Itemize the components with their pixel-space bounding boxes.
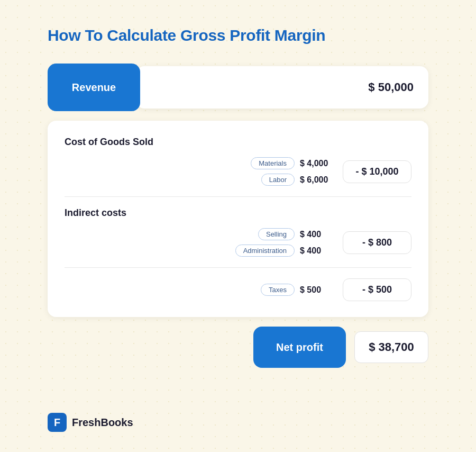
selling-tag: Selling <box>258 228 295 240</box>
revenue-value: $ 50,000 <box>368 80 414 94</box>
taxes-amount: $ 500 <box>300 285 334 295</box>
indirect-costs-title: Indirect costs <box>65 207 411 219</box>
cogs-line-items: Materials $ 4,000 Labor $ 6,000 - $ 10,0… <box>65 157 411 186</box>
table-row: Materials $ 4,000 <box>251 157 334 169</box>
taxes-line-items: Taxes $ 500 <box>261 284 334 296</box>
net-profit-row: Net profit $ 38,700 <box>48 327 428 368</box>
net-profit-value: $ 38,700 <box>354 331 428 363</box>
labor-amount: $ 6,000 <box>300 175 334 185</box>
indirect-items-left: Selling $ 400 Administration $ 400 <box>235 228 334 257</box>
net-profit-label: Net profit <box>253 327 346 368</box>
taxes-row: Taxes $ 500 - $ 500 <box>65 278 411 301</box>
freshbooks-icon: F <box>48 413 67 432</box>
materials-amount: $ 4,000 <box>300 159 334 168</box>
table-row: Selling $ 400 <box>258 228 334 240</box>
taxes-subtotal: - $ 500 <box>343 278 411 301</box>
revenue-row: Revenue $ 50,000 <box>48 64 428 111</box>
freshbooks-name: FreshBooks <box>72 417 133 429</box>
revenue-value-box: $ 50,000 <box>136 66 428 109</box>
selling-amount: $ 400 <box>300 230 334 239</box>
divider-1 <box>65 196 411 197</box>
table-row: Labor $ 6,000 <box>261 174 334 186</box>
indirect-line-items: Selling $ 400 Administration $ 400 - $ 8… <box>65 228 411 257</box>
revenue-label: Revenue <box>48 64 140 111</box>
page-title: How To Calculate Gross Profit Margin <box>48 26 428 44</box>
divider-2 <box>65 267 411 268</box>
cogs-title: Cost of Goods Sold <box>65 137 411 148</box>
cogs-items-left: Materials $ 4,000 Labor $ 6,000 <box>251 157 334 186</box>
main-card: Cost of Goods Sold Materials $ 4,000 Lab… <box>48 121 428 317</box>
labor-tag: Labor <box>261 174 295 186</box>
administration-tag: Administration <box>235 245 295 257</box>
cogs-subtotal: - $ 10,000 <box>343 160 411 183</box>
administration-amount: $ 400 <box>300 246 334 256</box>
indirect-subtotal: - $ 800 <box>343 231 411 254</box>
taxes-tag: Taxes <box>261 284 295 296</box>
materials-tag: Materials <box>251 157 295 169</box>
table-row: Administration $ 400 <box>235 245 334 257</box>
freshbooks-logo: F FreshBooks <box>48 413 133 432</box>
